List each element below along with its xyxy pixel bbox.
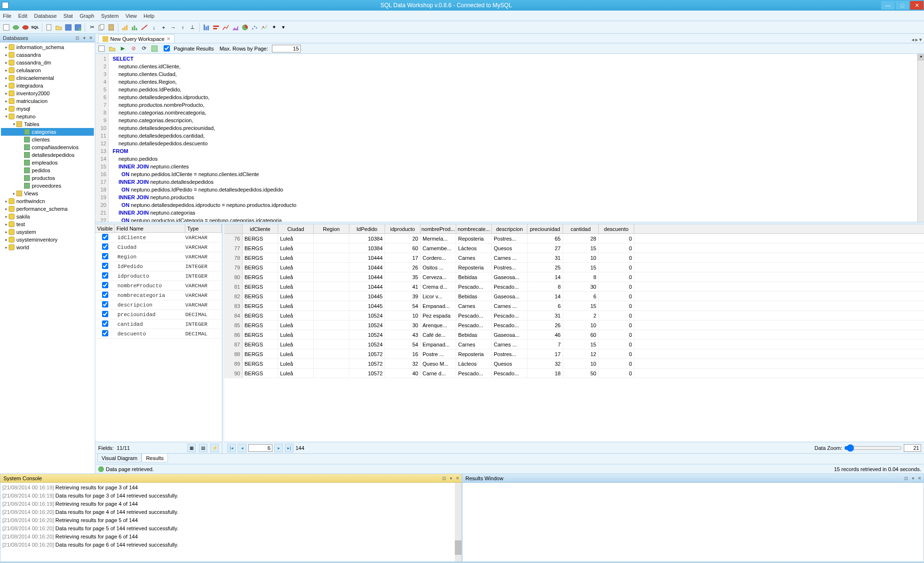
page-input[interactable] [248,444,272,452]
tab-list-icon[interactable]: ▾ [919,37,922,43]
tree-item-integradora[interactable]: ▸integradora [1,82,94,90]
paste-icon[interactable] [107,23,116,32]
open-query-tb-icon[interactable] [108,44,116,53]
field-visible-checkbox[interactable] [102,263,108,269]
fields-view2-icon[interactable]: ▤ [199,444,207,452]
tree-item-northwindcn[interactable]: ▸northwindcn [1,197,94,205]
graph4-icon[interactable] [231,23,240,32]
open-icon[interactable] [54,23,63,32]
field-row-descripcion[interactable]: descripcionVARCHAR [95,300,222,310]
graph6-icon[interactable] [250,23,259,32]
new-icon[interactable] [45,23,53,32]
table-row[interactable]: 89BERGSLuleå1057232Queso M...LácteosQues… [224,359,924,369]
field-row-ciudad[interactable]: CiudadVARCHAR [95,243,222,252]
field-visible-checkbox[interactable] [102,320,108,327]
table-row[interactable]: 86BERGSLuleå1052443Café de...BebidasGase… [224,330,924,340]
col-header-Ciudad[interactable]: Ciudad [278,224,314,233]
copy-icon[interactable] [97,23,106,32]
graph1-icon[interactable] [202,23,211,32]
col-header-descripcion[interactable]: descripcion [492,224,527,233]
table-row[interactable]: 81BERGSLuleå1044441Crema d...Pescado...P… [224,282,924,292]
chart1-icon[interactable] [121,23,129,32]
connect-icon[interactable] [12,23,20,32]
tree-item-productos[interactable]: productos [1,174,94,182]
field-row-nombreproducto[interactable]: nombreProductoVARCHAR [95,281,222,291]
col-header-nombreProd[interactable]: nombreProd... [421,224,456,233]
chart8-icon[interactable]: ⊥ [188,23,197,32]
tree-item-detallesdepedidos[interactable]: detallesdepedidos [1,151,94,159]
menu-file[interactable]: File [3,13,12,19]
tree-item-usysteminventory[interactable]: ▸usysteminventory [1,236,94,243]
sql-icon[interactable]: SQL [31,23,39,32]
field-visible-checkbox[interactable] [102,243,108,250]
close-button[interactable]: ✕ [910,1,924,10]
table-row[interactable]: 76BERGSLuleå1038420Mermela...ReposteriaP… [224,234,924,243]
results-min-icon[interactable]: ▾ [910,475,916,481]
table-row[interactable]: 84BERGSLuleå1052410Pez espadaPescado...P… [224,311,924,320]
sidebar-min-icon[interactable]: ▾ [81,35,87,41]
tab-visual-diagram[interactable]: Visual Diagram [97,454,141,462]
table-row[interactable]: 77BERGSLuleå1038460Camembe...LácteosQues… [224,243,924,253]
field-visible-checkbox[interactable] [102,311,108,317]
console-pin-icon[interactable]: ⊡ [441,475,447,481]
tree-item-matriculacion[interactable]: ▸matriculacion [1,97,94,105]
tree-item-clinicaelemental[interactable]: ▸clinicaelemental [1,74,94,82]
col-header-nombrecate[interactable]: nombrecate... [456,224,492,233]
fields-view3-icon[interactable]: ⚡ [210,444,219,452]
export-tb-icon[interactable] [150,44,159,53]
graph2-icon[interactable] [212,23,220,32]
console-scrollbar[interactable] [455,483,462,562]
first-page-icon[interactable]: |◂ [227,444,236,452]
results-close-icon[interactable]: ✕ [917,475,923,481]
tree-item-tables[interactable]: ▾Tables [1,120,94,128]
minimize-button[interactable]: — [881,1,895,10]
prev-page-icon[interactable]: ◂ [238,444,246,452]
menu-database[interactable]: Database [34,13,57,19]
menu-view[interactable]: View [126,13,137,19]
col-header-preciounidad[interactable]: preciounidad [527,224,563,233]
editor-scrollbar[interactable]: ▴ [917,54,924,222]
field-row-idpedido[interactable]: IdPedidoINTEGER [95,262,222,271]
table-row[interactable]: 88BERGSLuleå1057216Postre ...ReposteriaP… [224,349,924,359]
graph8-icon[interactable]: ✦ [270,23,278,32]
field-row-preciounidad[interactable]: preciounidadDECIMAL [95,310,222,320]
col-header-cantidad[interactable]: cantidad [563,224,599,233]
save-icon[interactable] [64,23,73,32]
tab-close-icon[interactable]: ✕ [167,36,170,41]
chart6-icon[interactable]: → [169,23,178,32]
sidebar-close-icon[interactable]: ✕ [88,35,94,41]
field-visible-checkbox[interactable] [102,253,108,259]
console-min-icon[interactable]: ▾ [448,475,454,481]
table-row[interactable]: 82BERGSLuleå1044539Licor v...BebidasGase… [224,292,924,301]
database-tree[interactable]: ▸information_schema▸cassandra▸cassandra_… [0,42,95,473]
tree-item-proveedores[interactable]: proveedores [1,182,94,190]
menu-graph[interactable]: Graph [79,13,94,19]
tree-item-world[interactable]: ▸world [1,243,94,251]
tree-item-test[interactable]: ▸test [1,220,94,228]
tree-item-empleados[interactable]: empleados [1,159,94,166]
table-row[interactable]: 83BERGSLuleå1044554Empanad...CarnesCarne… [224,301,924,311]
tree-item-performance_schema[interactable]: ▸performance_schema [1,205,94,213]
tree-item-categorias[interactable]: categorias [1,128,94,136]
console-output[interactable]: [21/08/2014 00:16:19] Retrieving results… [0,483,462,562]
paginate-checkbox[interactable] [164,45,170,51]
field-row-descuento[interactable]: descuentoDECIMAL [95,329,222,339]
chart4-icon[interactable]: ↓ [150,23,158,32]
table-row[interactable]: 78BERGSLuleå1044417Cordero...CarnesCarne… [224,253,924,263]
new-query-tb-icon[interactable] [97,44,106,53]
tree-item-cassandra[interactable]: ▸cassandra [1,51,94,59]
graph3-icon[interactable] [221,23,230,32]
menu-edit[interactable]: Edit [18,13,27,19]
saveas-icon[interactable] [74,23,82,32]
field-row-idcliente[interactable]: idClienteVARCHAR [95,233,222,243]
col-header-idCliente[interactable]: idCliente [243,224,278,233]
maximize-button[interactable]: □ [896,1,909,10]
field-visible-checkbox[interactable] [102,272,108,279]
col-header-Region[interactable]: Region [314,224,349,233]
tree-item-compa-iasdeenvios[interactable]: compañiasdeenvios [1,143,94,151]
sql-editor[interactable]: 12345678910111213141516171819202122 SELE… [95,54,924,222]
cut-icon[interactable]: ✂ [88,23,96,32]
tab-results[interactable]: Results [141,454,168,462]
run-query-icon[interactable]: ▶ [118,44,127,53]
tree-item-mysql[interactable]: ▸mysql [1,105,94,113]
